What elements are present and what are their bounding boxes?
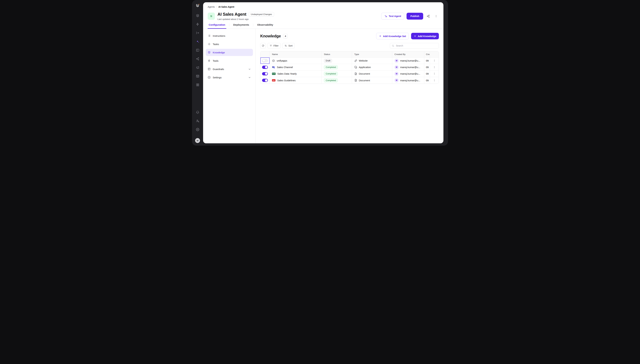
- enabled-toggle[interactable]: [262, 79, 268, 82]
- creator-avatar: M: [394, 72, 399, 76]
- apps-grid-icon[interactable]: [196, 83, 200, 87]
- header-created-at[interactable]: Crea: [424, 51, 430, 57]
- user-avatar[interactable]: M: [195, 138, 200, 143]
- publish-button[interactable]: Publish: [406, 13, 423, 20]
- kebab-icon: [434, 15, 438, 18]
- row-created-by-cell: M manoj.kumar@u...: [392, 64, 424, 70]
- knowledge-name[interactable]: unifyapps: [277, 59, 287, 62]
- row-created-at-cell: 09: [424, 77, 430, 84]
- sort-button[interactable]: Sort: [282, 43, 295, 48]
- filter-label: Filter: [274, 44, 278, 47]
- row-toggle-cell: [260, 70, 270, 77]
- app-icon: [354, 66, 357, 69]
- teams-icon: [272, 66, 275, 69]
- refresh-button[interactable]: [260, 43, 266, 48]
- sidebar-item-settings[interactable]: Settings: [206, 74, 253, 81]
- knowledge-table: Name Status Type Created By Crea unifyap…: [260, 51, 439, 84]
- add-knowledge-set-label: Add Knowledge Set: [383, 35, 406, 38]
- data-table-icon[interactable]: [196, 74, 200, 78]
- table-row: PDF Sales Guidelines Completed Document …: [260, 77, 439, 84]
- enabled-toggle[interactable]: [262, 66, 268, 69]
- add-knowledge-button[interactable]: Add Knowledge: [411, 33, 439, 39]
- config-nav: InstructionsTasksKnowledgeToolsGuardrail…: [203, 29, 256, 143]
- row-toggle-cell: [260, 77, 270, 84]
- test-agent-button[interactable]: AI Test Agent: [381, 13, 404, 20]
- sidebar-item-tasks[interactable]: Tasks: [206, 40, 253, 48]
- layers-icon[interactable]: [196, 14, 200, 18]
- user-search-icon[interactable]: [196, 119, 200, 123]
- chevron-down-icon[interactable]: [248, 68, 251, 70]
- breadcrumb-separator: /: [216, 6, 217, 8]
- export-arrow-icon[interactable]: [196, 31, 200, 35]
- kebab-icon: [433, 59, 436, 62]
- chevron-down-icon[interactable]: [248, 76, 251, 79]
- row-type-cell: Document: [352, 70, 392, 77]
- unifyapps-logo[interactable]: [195, 3, 200, 9]
- app-rail: M: [192, 0, 203, 146]
- gear-icon: [208, 76, 210, 79]
- panel-icon[interactable]: [196, 48, 200, 52]
- sidebar-item-guardrails[interactable]: Guardrails: [206, 66, 253, 73]
- header-type[interactable]: Type: [352, 51, 392, 57]
- add-knowledge-set-button[interactable]: Add Knowledge Set: [376, 33, 409, 39]
- row-name-cell: unifyapps: [270, 58, 322, 64]
- breadcrumb-agents[interactable]: Agents: [208, 6, 215, 8]
- created-at-value: 09: [426, 59, 429, 62]
- enabled-toggle[interactable]: [262, 59, 268, 62]
- undeployed-changes-badge: Undeployed Changes: [249, 12, 274, 16]
- sort-label: Sort: [288, 44, 292, 47]
- link-icon: [354, 59, 357, 62]
- rail-bottom: M: [195, 110, 200, 143]
- add-knowledge-label: Add Knowledge: [418, 35, 436, 38]
- search-input[interactable]: [396, 44, 437, 47]
- agent-meta: AI Sales Agent Undeployed Changes Last u…: [218, 12, 274, 20]
- sidebar-item-label: Tasks: [213, 43, 219, 46]
- row-kebab-button[interactable]: [432, 65, 436, 69]
- toggle-knob: [262, 60, 265, 62]
- knowledge-name[interactable]: Sales Data Yearly: [278, 72, 297, 75]
- rail-nav: [196, 14, 200, 87]
- settings-gear-icon[interactable]: [196, 128, 200, 132]
- plus-icon: [414, 35, 416, 38]
- share-button[interactable]: [426, 14, 431, 19]
- zap-icon[interactable]: [196, 22, 200, 26]
- page-title: AI Sales Agent: [218, 12, 246, 17]
- row-status-cell: Completed: [322, 64, 352, 70]
- toggle-knob: [265, 79, 268, 82]
- header-created-by[interactable]: Created By: [392, 51, 424, 57]
- sidebar-item-instructions[interactable]: Instructions: [206, 32, 253, 39]
- tabs: Configuration Deployments Observability: [203, 20, 444, 29]
- header-status[interactable]: Status: [322, 51, 352, 57]
- status-badge: Completed: [324, 78, 338, 82]
- enabled-toggle[interactable]: [262, 72, 268, 76]
- knowledge-name[interactable]: Sales Channel: [277, 66, 293, 68]
- agents-sparkles-icon[interactable]: [196, 40, 200, 44]
- knowledge-name[interactable]: Sales Guidelines: [277, 79, 296, 82]
- table-header: Name Status Type Created By Crea: [260, 51, 439, 58]
- row-created-at-cell: 09: [424, 58, 430, 64]
- sidebar-item-tools[interactable]: Tools: [206, 57, 253, 64]
- tab-deployments[interactable]: Deployments: [232, 23, 250, 29]
- ai-sparkle-icon: AI: [384, 15, 387, 18]
- sidebar-item-knowledge[interactable]: Knowledge: [206, 49, 253, 56]
- main-window: Agents / AI Sales Agent AI Sales Agent U…: [203, 2, 444, 143]
- bell-icon[interactable]: [196, 110, 200, 114]
- megaphone-icon[interactable]: [196, 66, 200, 69]
- svg-text:AI: AI: [386, 16, 386, 17]
- agent-header: AI Sales Agent Undeployed Changes Last u…: [203, 8, 444, 20]
- sidebar-item-label: Tools: [213, 60, 218, 62]
- header-kebab-button[interactable]: [433, 14, 439, 19]
- header-name[interactable]: Name: [270, 51, 322, 57]
- row-kebab-button[interactable]: [432, 78, 436, 82]
- filter-button[interactable]: Filter: [268, 43, 281, 48]
- search-box: [390, 43, 439, 48]
- share-nodes-icon[interactable]: [196, 57, 200, 61]
- tab-configuration[interactable]: Configuration: [208, 23, 226, 29]
- row-kebab-button[interactable]: [432, 72, 436, 76]
- tab-divider: [229, 24, 230, 26]
- kebab-icon: [433, 72, 436, 75]
- type-label: Document: [359, 72, 370, 75]
- tab-observability[interactable]: Observability: [256, 23, 274, 29]
- row-kebab-button[interactable]: [432, 58, 436, 63]
- type-label: Website: [359, 59, 368, 62]
